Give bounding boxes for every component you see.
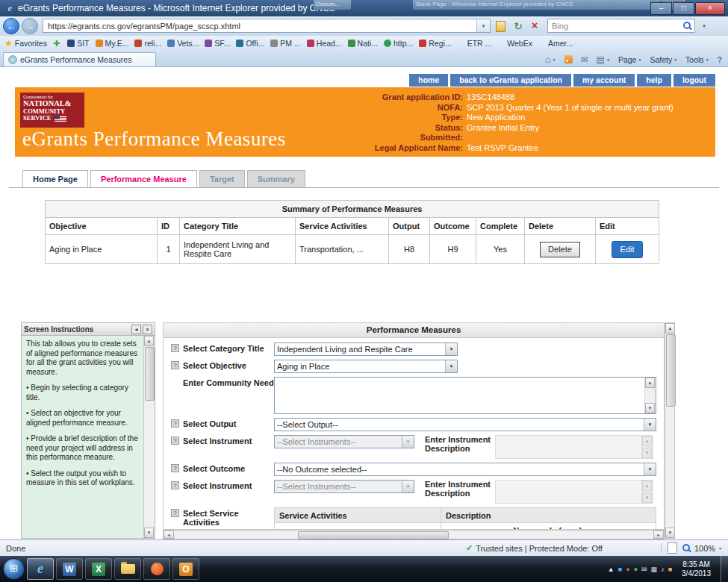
scrollbar-thumb[interactable] [666, 334, 676, 407]
taskbar-explorer-button[interactable] [114, 558, 141, 580]
instructions-title: Screen Instructions [24, 325, 93, 334]
objective-select[interactable]: Aging in Place ▼ [274, 360, 458, 373]
favorite-link[interactable]: My.E... [93, 38, 132, 48]
tray-icon[interactable]: ● [626, 566, 629, 573]
scroll-up-icon[interactable]: ▲ [144, 336, 154, 346]
tab-performance-measure[interactable]: Performance Measure [90, 170, 197, 188]
nav-home-button[interactable]: home [409, 74, 448, 87]
zoom-control[interactable]: 100% ▼ [682, 543, 722, 553]
help-icon[interactable]: ? [171, 419, 179, 428]
browser-forward-button[interactable]: → [22, 18, 38, 34]
help-icon[interactable]: ? [171, 509, 179, 517]
background-window-document[interactable]: Docum... [314, 0, 351, 10]
close-panel-button[interactable]: × [143, 325, 152, 334]
scrollbar-thumb[interactable] [145, 347, 155, 401]
outcome-select[interactable]: --No Outcome selected-- ▼ [274, 463, 656, 476]
add-favorite-icon[interactable]: ✚ [53, 39, 60, 48]
favorite-link[interactable]: Nati... [345, 38, 381, 48]
scroll-down-icon[interactable]: ▼ [665, 528, 675, 538]
background-window-browser[interactable]: Blank Page - Windows Internet Explorer p… [413, 0, 685, 10]
scroll-right-icon[interactable]: ► [653, 531, 664, 539]
form-vertical-scrollbar[interactable]: ▲ ▼ [665, 322, 675, 539]
start-button[interactable]: ⊞ [3, 558, 25, 580]
tray-mail-icon[interactable]: ✉ [641, 566, 647, 573]
category-select[interactable]: Independent Living and Respite Care ▼ [274, 342, 458, 356]
output-select[interactable]: --Select Output-- ▼ [274, 418, 656, 431]
read-mail-button[interactable]: ✉ [578, 54, 591, 66]
delete-button[interactable]: Delete [540, 242, 580, 257]
search-input[interactable] [550, 21, 682, 31]
security-zone[interactable]: ✓ Trusted sites | Protected Mode: Off [466, 543, 603, 553]
tray-volume-icon[interactable]: ♪ [661, 566, 665, 573]
tray-icon[interactable]: ■ [618, 566, 622, 573]
taskbar-clock[interactable]: 8:35 AM 3/4/2013 [682, 560, 711, 578]
help-menu[interactable]: ? [715, 54, 725, 65]
instructions-scrollbar[interactable]: ▲ ▼ [143, 336, 155, 538]
browser-tab[interactable]: eGrants Performance Measures [3, 52, 156, 66]
help-icon[interactable]: ? [171, 481, 179, 489]
safety-menu[interactable]: Safety ▼ [647, 54, 680, 65]
favorite-link[interactable]: reli... [131, 38, 164, 48]
close-button[interactable]: × [695, 2, 725, 15]
clock-date: 3/4/2013 [682, 569, 711, 578]
help-icon[interactable]: ? [171, 344, 179, 352]
taskbar-word-button[interactable]: W [56, 558, 83, 580]
url-dropdown-button[interactable]: ▼ [476, 19, 490, 32]
chevron-down-icon: ▼ [402, 481, 414, 492]
tray-icon[interactable]: ■ [668, 566, 672, 573]
favorite-link[interactable]: http... [381, 38, 416, 48]
tray-icon[interactable]: ● [634, 566, 638, 573]
scroll-left-icon[interactable]: ◄ [164, 531, 174, 539]
minimize-button[interactable]: – [650, 2, 672, 15]
scrollbar-thumb[interactable] [298, 531, 449, 539]
form-horizontal-scrollbar[interactable]: ◄ ► [163, 530, 665, 539]
favorite-link[interactable]: PM ... [267, 38, 303, 48]
favorite-link[interactable]: Offi... [233, 38, 267, 48]
taskbar-media-button[interactable] [143, 558, 170, 580]
compatibility-view-icon[interactable] [496, 21, 505, 32]
tools-menu[interactable]: Tools ▼ [682, 54, 712, 65]
nav-my-account-button[interactable]: my account [573, 74, 635, 87]
page-content: home back to eGrants application my acco… [0, 67, 728, 539]
print-button[interactable]: ▤ ▼ [594, 54, 613, 66]
tray-network-icon[interactable]: ▦ [651, 566, 658, 573]
favorite-link[interactable]: Amer... [535, 38, 576, 48]
search-dropdown-button[interactable]: ▼ [698, 20, 710, 32]
favorites-button[interactable]: Favorites [15, 39, 47, 48]
favorite-link[interactable]: SF... [202, 38, 233, 48]
community-need-textarea[interactable]: ▲ ▼ [274, 377, 656, 414]
stop-button[interactable]: × [528, 19, 541, 33]
help-icon[interactable]: ? [171, 361, 179, 369]
url-input[interactable] [46, 21, 476, 31]
collapse-panel-button[interactable]: ◄ [131, 325, 141, 334]
taskbar-outlook-button[interactable]: O [172, 558, 199, 580]
show-hidden-icons[interactable]: ▲ [608, 566, 615, 573]
help-icon[interactable]: ? [171, 436, 179, 445]
favorite-link[interactable]: Vets... [164, 38, 202, 48]
show-desktop-button[interactable] [721, 556, 728, 582]
browser-back-button[interactable]: ← [3, 18, 19, 34]
page-menu[interactable]: Page ▼ [615, 54, 644, 65]
nav-help-button[interactable]: help [637, 74, 671, 87]
favorite-link[interactable]: SIT [64, 38, 92, 48]
favorite-link[interactable]: ETR ... [455, 38, 495, 48]
refresh-button[interactable]: ↻ [511, 19, 526, 33]
help-icon[interactable]: ? [171, 464, 179, 472]
background-window-title: Docum... [316, 1, 340, 7]
nav-logout-button[interactable]: logout [673, 74, 715, 87]
feeds-button[interactable] [561, 54, 576, 64]
favorite-link[interactable]: Regi... [416, 38, 454, 48]
tab-home-page[interactable]: Home Page [22, 170, 88, 188]
search-icon[interactable] [682, 21, 692, 31]
home-button[interactable]: ⌂ ▼ [542, 53, 559, 66]
favorite-link[interactable]: WebEx [494, 38, 535, 48]
taskbar-ie-button[interactable]: e [27, 558, 54, 580]
edit-button[interactable]: Edit [612, 241, 643, 258]
textarea-scrollbar[interactable]: ▲ ▼ [644, 378, 656, 413]
favorite-link[interactable]: Head... [304, 38, 345, 48]
taskbar-excel-button[interactable]: X [85, 558, 112, 580]
scroll-up-icon[interactable]: ▲ [665, 323, 675, 334]
scroll-down-icon[interactable]: ▼ [144, 528, 154, 538]
nav-back-to-egrants-button[interactable]: back to eGrants application [450, 74, 571, 87]
maximize-button[interactable]: □ [673, 2, 694, 15]
